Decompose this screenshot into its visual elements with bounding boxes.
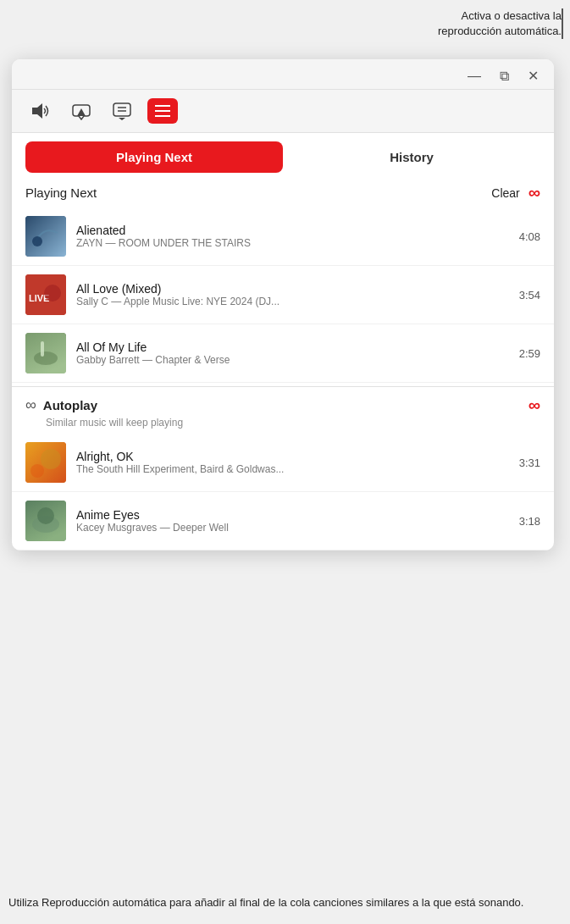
autoplay-left: ∞ Autoplay: [25, 396, 97, 414]
svg-point-14: [34, 351, 58, 365]
section-actions: Clear ∞: [491, 183, 540, 202]
track-item[interactable]: Alright, OK The South Hill Experiment, B…: [12, 434, 554, 492]
svg-point-21: [37, 507, 54, 524]
track-title: Alienated: [76, 224, 509, 237]
svg-point-12: [44, 285, 61, 302]
titlebar: — ⧉ ✕: [12, 59, 554, 90]
track-artwork-alienated: [25, 216, 66, 257]
close-button[interactable]: ✕: [524, 66, 542, 86]
track-artwork-alllove: LIVE: [25, 274, 66, 315]
track-artwork-anime: [25, 501, 66, 541]
tooltip-top-text: Activa o desactiva la: [461, 9, 562, 22]
lyrics-button[interactable]: [107, 98, 137, 124]
maximize-button[interactable]: ⧉: [496, 66, 512, 86]
track-info-allofmylife: All Of My Life Gabby Barrett — Chapter &…: [76, 340, 509, 366]
main-window: — ⧉ ✕: [12, 59, 554, 551]
track-artwork-allofmylife: [25, 333, 66, 373]
tab-playing-next[interactable]: Playing Next: [25, 141, 283, 173]
tooltip-bottom-text: Utiliza Reproducción automática para aña…: [8, 896, 523, 909]
queue-button[interactable]: [147, 98, 178, 124]
artwork-svg-allofmylife: [25, 333, 66, 373]
svg-rect-15: [41, 341, 44, 357]
airplay-icon: [71, 102, 91, 120]
svg-point-18: [30, 464, 44, 478]
minimize-button[interactable]: —: [464, 66, 484, 86]
track-info-anime: Anime Eyes Kacey Musgraves — Deeper Well: [76, 508, 509, 534]
artwork-svg-anime: [25, 501, 66, 541]
track-info-alienated: Alienated ZAYN — ROOM UNDER THE STAIRS: [76, 224, 509, 249]
window-controls: — ⧉ ✕: [464, 66, 542, 86]
svg-rect-8: [25, 216, 66, 257]
volume-icon: [30, 102, 51, 119]
track-subtitle: Gabby Barrett — Chapter & Verse: [76, 354, 509, 366]
autoplay-subtitle: Similar music will keep playing: [12, 417, 554, 434]
track-list: Alienated ZAYN — ROOM UNDER THE STAIRS 4…: [12, 207, 554, 383]
artwork-svg-alllove: LIVE: [25, 274, 66, 315]
queue-icon: [152, 102, 173, 120]
track-item[interactable]: Anime Eyes Kacey Musgraves — Deeper Well…: [12, 492, 554, 551]
autoplay-title: Autoplay: [43, 398, 97, 412]
tabs-bar: Playing Next History: [12, 133, 554, 173]
lyrics-icon: [112, 102, 132, 120]
track-duration: 3:54: [519, 289, 540, 302]
track-duration: 3:31: [519, 456, 540, 469]
tooltip-bottom: Utiliza Reproducción automática para aña…: [8, 894, 562, 911]
autoplay-toggle-icon[interactable]: ∞: [528, 183, 540, 202]
tooltip-top-text2: reproducción automática.: [438, 25, 562, 37]
track-info-alllove: All Love (Mixed) Sally C — Apple Music L…: [76, 282, 509, 307]
autoplay-header: ∞ Autoplay ∞: [12, 387, 554, 417]
volume-button[interactable]: [25, 99, 56, 123]
autoplay-section: ∞ Autoplay ∞ Similar music will keep pla…: [12, 386, 554, 551]
track-artwork-alright: [25, 442, 66, 483]
track-subtitle: The South Hill Experiment, Baird & Goldw…: [76, 463, 509, 475]
track-duration: 2:59: [519, 347, 540, 360]
airplay-button[interactable]: [66, 98, 97, 124]
track-title: All Of My Life: [76, 340, 509, 354]
svg-point-9: [32, 236, 42, 246]
section-title: Playing Next: [25, 185, 97, 200]
svg-marker-0: [32, 103, 42, 119]
track-duration: 4:08: [519, 230, 540, 243]
tab-history[interactable]: History: [283, 141, 540, 173]
track-item[interactable]: All Of My Life Gabby Barrett — Chapter &…: [12, 324, 554, 383]
svg-point-17: [41, 449, 61, 469]
autoplay-toggle-red-icon[interactable]: ∞: [528, 396, 540, 415]
track-item[interactable]: Alienated ZAYN — ROOM UNDER THE STAIRS 4…: [12, 207, 554, 266]
track-title: All Love (Mixed): [76, 282, 509, 296]
autoplay-infinity-icon: ∞: [25, 396, 36, 414]
track-subtitle: Kacey Musgraves — Deeper Well: [76, 522, 509, 534]
section-header: Playing Next Clear ∞: [12, 173, 554, 207]
artwork-svg-alienated: [25, 216, 66, 257]
track-item[interactable]: LIVE All Love (Mixed) Sally C — Apple Mu…: [12, 266, 554, 324]
svg-rect-2: [113, 103, 130, 116]
artwork-svg-alright: [25, 442, 66, 483]
track-info-alright: Alright, OK The South Hill Experiment, B…: [76, 450, 509, 475]
track-subtitle: ZAYN — ROOM UNDER THE STAIRS: [76, 237, 509, 249]
track-duration: 3:18: [519, 515, 540, 528]
svg-marker-1: [77, 108, 86, 116]
tooltip-top: Activa o desactiva la reproducción autom…: [438, 8, 562, 39]
track-subtitle: Sally C — Apple Music Live: NYE 2024 (DJ…: [76, 296, 509, 307]
toolbar: [12, 90, 554, 133]
clear-button[interactable]: Clear: [491, 186, 519, 200]
track-title: Alright, OK: [76, 450, 509, 463]
track-title: Anime Eyes: [76, 508, 509, 522]
